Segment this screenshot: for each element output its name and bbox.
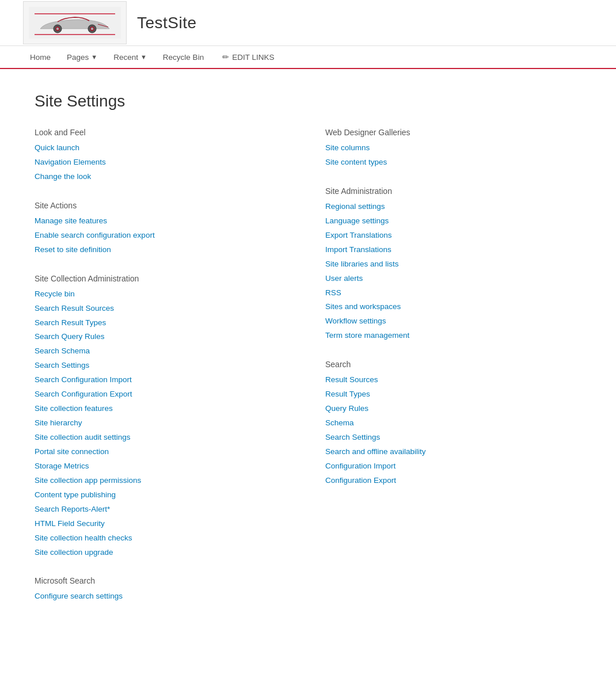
nav-home[interactable]: Home — [23, 48, 58, 66]
link-item[interactable]: Recycle bin — [35, 288, 291, 301]
link-item[interactable]: Search Configuration Import — [35, 374, 291, 387]
logo-area: TestSite — [23, 1, 197, 44]
left-section-3: Microsoft SearchConfigure search setting… — [35, 576, 291, 603]
link-item[interactable]: Search Settings — [325, 431, 581, 444]
link-item[interactable]: Change the look — [35, 170, 291, 184]
nav-bar: Home Pages ▼ Recent ▼ Recycle Bin ✏ EDIT… — [0, 46, 616, 69]
link-item[interactable]: Quick launch — [35, 142, 291, 155]
link-item[interactable]: Site collection app permissions — [35, 474, 291, 487]
link-item[interactable]: Storage Metrics — [35, 460, 291, 473]
section-links: Regional settingsLanguage settingsExport… — [325, 200, 581, 342]
link-item[interactable]: Site collection upgrade — [35, 546, 291, 559]
link-item[interactable]: Site collection audit settings — [35, 431, 291, 444]
link-item[interactable]: Site collection health checks — [35, 532, 291, 545]
link-item[interactable]: Manage site features — [35, 215, 291, 228]
section-heading: Site Actions — [35, 201, 291, 210]
link-item[interactable]: Sites and workspaces — [325, 300, 581, 314]
pages-dropdown-icon: ▼ — [91, 54, 97, 60]
section-heading: Microsoft Search — [35, 576, 291, 585]
right-section-0: Web Designer GalleriesSite columnsSite c… — [325, 128, 581, 169]
link-item[interactable]: Search Schema — [35, 345, 291, 358]
link-item[interactable]: Import Translations — [325, 243, 581, 257]
section-heading: Web Designer Galleries — [325, 128, 581, 137]
link-item[interactable]: Search Configuration Export — [35, 388, 291, 401]
link-item[interactable]: Site collection features — [35, 402, 291, 416]
section-heading: Search — [325, 360, 581, 369]
svg-point-3 — [56, 27, 59, 31]
link-item[interactable]: Site content types — [325, 156, 581, 169]
link-item[interactable]: Result Sources — [325, 374, 581, 387]
left-column: Look and FeelQuick launchNavigation Elem… — [35, 128, 291, 620]
link-item[interactable]: Query Rules — [325, 402, 581, 416]
settings-grid: Look and FeelQuick launchNavigation Elem… — [35, 128, 581, 620]
section-heading: Look and Feel — [35, 128, 291, 137]
link-item[interactable]: User alerts — [325, 272, 581, 285]
nav-recent[interactable]: Recent ▼ — [107, 48, 154, 66]
link-item[interactable]: RSS — [325, 287, 581, 300]
nav-pages[interactable]: Pages ▼ — [60, 48, 104, 66]
right-section-2: SearchResult SourcesResult TypesQuery Ru… — [325, 360, 581, 487]
link-item[interactable]: Portal site connection — [35, 445, 291, 459]
link-item[interactable]: Site hierarchy — [35, 417, 291, 430]
link-item[interactable]: Schema — [325, 417, 581, 430]
link-item[interactable]: Configuration Export — [325, 474, 581, 487]
link-item[interactable]: HTML Field Security — [35, 517, 291, 531]
link-item[interactable]: Search Query Rules — [35, 330, 291, 344]
header: TestSite — [0, 0, 616, 46]
logo-box — [23, 1, 127, 44]
link-item[interactable]: Search Result Sources — [35, 302, 291, 315]
edit-links-button[interactable]: ✏ EDIT LINKS — [215, 48, 281, 66]
link-item[interactable]: Search and offline availability — [325, 445, 581, 459]
section-heading: Site Administration — [325, 186, 581, 196]
link-item[interactable]: Reset to site definition — [35, 243, 291, 257]
link-item[interactable]: Configure search settings — [35, 590, 291, 603]
link-item[interactable]: Regional settings — [325, 200, 581, 214]
left-section-0: Look and FeelQuick launchNavigation Elem… — [35, 128, 291, 184]
svg-point-4 — [90, 27, 94, 31]
link-item[interactable]: Site columns — [325, 142, 581, 155]
link-item[interactable]: Enable search configuration export — [35, 229, 291, 242]
section-links: Configure search settings — [35, 590, 291, 603]
link-item[interactable]: Workflow settings — [325, 315, 581, 328]
link-item[interactable]: Result Types — [325, 388, 581, 401]
link-item[interactable]: Search Reports-Alert* — [35, 503, 291, 516]
link-item[interactable]: Content type publishing — [35, 489, 291, 502]
link-item[interactable]: Search Settings — [35, 359, 291, 372]
main-content: Site Settings Look and FeelQuick launchN… — [0, 69, 616, 643]
left-section-2: Site Collection AdministrationRecycle bi… — [35, 274, 291, 559]
link-item[interactable]: Site libraries and lists — [325, 258, 581, 271]
link-item[interactable]: Search Result Types — [35, 317, 291, 330]
pencil-icon: ✏ — [222, 52, 229, 62]
link-item[interactable]: Navigation Elements — [35, 156, 291, 169]
section-links: Recycle binSearch Result SourcesSearch R… — [35, 288, 291, 559]
nav-recycle-bin[interactable]: Recycle Bin — [156, 48, 211, 66]
page-title: Site Settings — [35, 92, 581, 111]
section-links: Quick launchNavigation ElementsChange th… — [35, 142, 291, 184]
left-section-1: Site ActionsManage site featuresEnable s… — [35, 201, 291, 257]
section-links: Result SourcesResult TypesQuery RulesSch… — [325, 374, 581, 487]
right-section-1: Site AdministrationRegional settingsLang… — [325, 186, 581, 342]
link-item[interactable]: Export Translations — [325, 229, 581, 242]
section-heading: Site Collection Administration — [35, 274, 291, 283]
right-column: Web Designer GalleriesSite columnsSite c… — [325, 128, 581, 620]
link-item[interactable]: Term store management — [325, 329, 581, 342]
link-item[interactable]: Configuration Import — [325, 460, 581, 473]
section-links: Site columnsSite content types — [325, 142, 581, 169]
link-item[interactable]: Language settings — [325, 215, 581, 228]
logo-image — [29, 7, 121, 39]
site-title: TestSite — [137, 14, 197, 32]
recent-dropdown-icon: ▼ — [140, 54, 147, 60]
section-links: Manage site featuresEnable search config… — [35, 215, 291, 257]
